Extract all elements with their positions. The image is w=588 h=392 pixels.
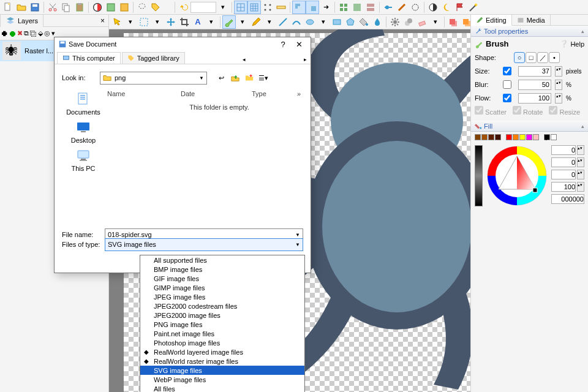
- marquee-icon[interactable]: [137, 15, 151, 29]
- effect2-icon[interactable]: [118, 1, 131, 14]
- paste-icon[interactable]: [73, 1, 86, 14]
- help-link[interactable]: ❔Help: [560, 40, 584, 48]
- tile1-icon[interactable]: [337, 1, 350, 14]
- pencil-dd[interactable]: ▾: [263, 15, 276, 29]
- effect3-icon[interactable]: ◎: [44, 29, 50, 37]
- swatch[interactable]: [488, 134, 494, 140]
- filetype-option[interactable]: GIF image files: [140, 274, 304, 283]
- help-button[interactable]: ?: [275, 40, 291, 49]
- swatch[interactable]: ▾: [544, 134, 550, 140]
- color-wheel[interactable]: [486, 145, 548, 206]
- eraser-icon[interactable]: [415, 15, 429, 29]
- up-icon[interactable]: ⬙: [38, 29, 43, 37]
- layerred-icon[interactable]: [447, 15, 460, 29]
- size-input[interactable]: [518, 66, 551, 77]
- adjust1-icon[interactable]: [382, 1, 395, 14]
- shape-diag[interactable]: ／: [537, 52, 548, 63]
- bucket-icon[interactable]: [357, 15, 371, 29]
- marquee-dd[interactable]: ▾: [151, 15, 164, 29]
- ellipse-dd[interactable]: ▾: [317, 15, 330, 29]
- close-icon[interactable]: ×: [97, 15, 108, 26]
- shape-square[interactable]: □: [526, 52, 537, 63]
- clone-icon[interactable]: [402, 15, 415, 29]
- layers-tab[interactable]: Layers: [0, 14, 43, 27]
- overlay2-icon[interactable]: [306, 1, 319, 14]
- filetype-option[interactable]: All supported files: [140, 255, 304, 265]
- delete-icon[interactable]: ✖: [17, 29, 23, 37]
- dup-icon[interactable]: ⿻: [30, 30, 37, 37]
- brush-icon[interactable]: [222, 15, 236, 29]
- merge-icon[interactable]: ⧉: [24, 29, 29, 37]
- tab-prev[interactable]: ◂: [241, 55, 247, 64]
- spin-r[interactable]: [551, 145, 576, 155]
- filetype-option[interactable]: BMP image files: [140, 265, 304, 274]
- flag-icon[interactable]: [453, 1, 467, 14]
- alpha-slider[interactable]: [475, 145, 483, 206]
- filetype-option[interactable]: Photoshop image files: [140, 338, 304, 347]
- filetype-option[interactable]: All files: [140, 384, 304, 392]
- filetype-combo[interactable]: SVG image files▼: [105, 238, 303, 251]
- undo-icon[interactable]: [177, 1, 190, 14]
- swatch[interactable]: [533, 134, 539, 140]
- brush-dd[interactable]: ▾: [236, 15, 249, 29]
- rect-icon[interactable]: [330, 15, 344, 29]
- tab-this-computer[interactable]: This computer: [57, 52, 121, 64]
- place-thispc[interactable]: This PC: [64, 148, 103, 172]
- place-documents[interactable]: Documents: [64, 91, 103, 116]
- spin-b[interactable]: [551, 170, 576, 179]
- save-icon[interactable]: [28, 1, 42, 14]
- text-dd[interactable]: ▾: [205, 15, 218, 29]
- crop-icon[interactable]: [178, 15, 191, 29]
- tile2-icon[interactable]: [350, 1, 364, 14]
- swatch[interactable]: [475, 134, 481, 140]
- drop-icon[interactable]: [371, 15, 384, 29]
- lookin-combo[interactable]: png▼: [100, 72, 207, 85]
- picker-icon[interactable]: [91, 1, 104, 14]
- file-list[interactable]: Name Date Type » This folder is empty.: [105, 89, 303, 227]
- swatch[interactable]: [495, 134, 501, 140]
- filetype-option[interactable]: GIMP image files: [140, 283, 304, 292]
- close-button[interactable]: ✕: [291, 40, 307, 49]
- fill-header[interactable]: Fill▴: [471, 121, 588, 132]
- select-icon[interactable]: [110, 15, 124, 29]
- contrast-icon[interactable]: [426, 1, 440, 14]
- filetype-option[interactable]: JPEG image files: [140, 292, 304, 301]
- filetype-option[interactable]: ◆RealWorld raster image files: [140, 356, 304, 366]
- poly-icon[interactable]: [344, 15, 357, 29]
- swatch[interactable]: [551, 134, 557, 140]
- add-layer-icon[interactable]: 🞦: [1, 30, 8, 37]
- filetype-option[interactable]: PNG image files: [140, 320, 304, 329]
- tab-next[interactable]: ▸: [303, 55, 308, 64]
- blur-input[interactable]: [518, 80, 551, 90]
- wand-icon[interactable]: [467, 1, 480, 14]
- new-icon[interactable]: [1, 1, 15, 14]
- back-icon[interactable]: ↩: [216, 72, 227, 83]
- curve-icon[interactable]: [290, 15, 303, 29]
- filetype-option[interactable]: WebP image files: [140, 375, 304, 384]
- adjust3-icon[interactable]: [409, 1, 422, 14]
- effect-icon[interactable]: [104, 1, 118, 14]
- cut-icon[interactable]: [46, 1, 59, 14]
- move-icon[interactable]: [164, 15, 178, 29]
- filetype-option[interactable]: ◆RealWorld layered image files: [140, 347, 304, 356]
- shape-circle[interactable]: ○: [514, 52, 525, 63]
- filetype-option[interactable]: JPEG2000 codestream files: [140, 301, 304, 311]
- filetype-option[interactable]: JPEG2000 image files: [140, 311, 304, 320]
- copy-icon[interactable]: [59, 1, 73, 14]
- view-icon[interactable]: ☰▾: [258, 72, 269, 83]
- place-desktop[interactable]: Desktop: [64, 119, 103, 144]
- swatch[interactable]: [513, 134, 519, 140]
- tab-media[interactable]: Media: [512, 15, 551, 25]
- arrow-right-icon[interactable]: ➜: [319, 1, 333, 14]
- text-icon[interactable]: A: [191, 15, 205, 29]
- spin-g[interactable]: [551, 157, 576, 167]
- swatch[interactable]: [519, 134, 526, 140]
- shape-dot[interactable]: •: [549, 52, 560, 63]
- col-type[interactable]: Type: [249, 89, 295, 100]
- tab-tagged[interactable]: Tagged library: [122, 52, 185, 64]
- tab-editing[interactable]: Editing: [471, 15, 512, 26]
- ellipse-icon[interactable]: [303, 15, 317, 29]
- adjust2-icon[interactable]: [395, 1, 409, 14]
- filetype-option[interactable]: Paint.net image files: [140, 329, 304, 338]
- flow-input[interactable]: [518, 93, 551, 104]
